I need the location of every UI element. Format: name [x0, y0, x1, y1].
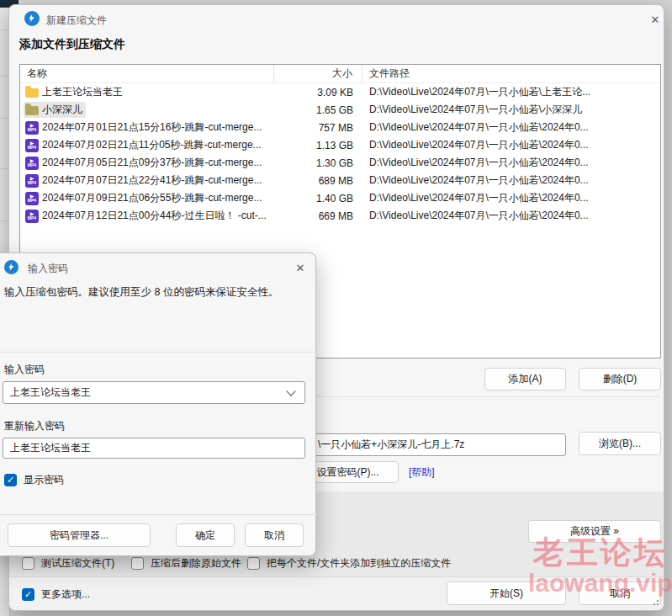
mp4-icon: ▶MP4: [25, 157, 39, 170]
mp4-icon: ▶MP4: [25, 121, 39, 135]
file-size: 669 MB: [274, 210, 362, 222]
password-manager-button[interactable]: 密码管理器...: [8, 523, 151, 547]
separate-archives-label: 把每个文件/文件夹添加到独立的压缩文件: [267, 556, 451, 571]
file-path: D:\Video\Live\2024年07月\一只小仙若\2024年0...: [362, 173, 660, 188]
separate-archives-checkbox[interactable]: [247, 557, 260, 570]
file-name: 2024年07月07日21点22分41秒-跳舞-cut-merge...: [42, 173, 262, 188]
table-row-selected[interactable]: 小深深儿 1.65 GB D:\Video\Live\2024年07月\一只小仙…: [20, 101, 660, 119]
column-header-path[interactable]: 文件路径: [362, 65, 660, 82]
ok-button[interactable]: 确定: [176, 523, 235, 547]
help-link[interactable]: [帮助]: [409, 465, 435, 480]
file-path: D:\Video\Live\2024年07月\一只小仙若\2024年0...: [362, 156, 660, 170]
mp4-icon: ▶MP4: [25, 174, 39, 188]
file-size: 1.40 GB: [274, 193, 362, 204]
test-archive-label: 测试压缩文件(T): [41, 556, 114, 571]
file-name: 2024年07月09日21点06分55秒-跳舞-cut-merge...: [42, 191, 262, 205]
bandizip-app-icon: [4, 260, 19, 274]
table-row[interactable]: ▶MP4 2024年07月09日21点06分55秒-跳舞-cut-merge..…: [20, 189, 660, 207]
chevron-down-icon[interactable]: [286, 386, 295, 396]
start-button[interactable]: 开始(S): [447, 581, 566, 605]
window-title: 新建压缩文件: [46, 13, 107, 28]
file-list-header: 名称 大小 文件路径: [20, 65, 660, 83]
advanced-settings-button[interactable]: 高级设置 »: [528, 520, 661, 543]
cancel-button[interactable]: 取消: [579, 581, 661, 605]
test-archive-checkbox[interactable]: [22, 557, 34, 570]
delete-after-label: 压缩后删除原始文件: [151, 556, 241, 571]
file-name: 2024年07月02日21点11分05秒-跳舞-cut-merge...: [42, 138, 262, 152]
delete-after-checkbox[interactable]: [131, 557, 144, 570]
file-name: 2024年07月12日21点00分44秒-过生日啦！ -cut-...: [42, 209, 267, 223]
close-icon[interactable]: ✕: [645, 10, 665, 29]
add-button[interactable]: 添加(A): [484, 368, 566, 390]
table-row[interactable]: ▶MP4 2024年07月01日21点15分16秒-跳舞-cut-merge..…: [20, 119, 660, 136]
pw-cancel-button[interactable]: 取消: [245, 523, 304, 547]
file-size: 689 MB: [274, 175, 362, 187]
password-combobox[interactable]: 上老王论坛当老王: [3, 381, 305, 404]
file-path: D:\Video\Live\2024年07月\一只小仙若\2024年0...: [362, 120, 660, 135]
file-path: D:\Video\Live\2024年07月\一只小仙若\2024年0...: [362, 209, 660, 223]
mp4-icon: ▶MP4: [25, 210, 39, 223]
column-header-size[interactable]: 大小: [274, 65, 362, 82]
password-value: 上老王论坛当老王: [3, 385, 288, 400]
file-size: 1.30 GB: [274, 157, 362, 169]
file-name: 小深深儿: [42, 103, 82, 117]
file-size: 3.09 KB: [274, 87, 362, 98]
resize-grip-icon[interactable]: [650, 597, 659, 605]
column-header-name[interactable]: 名称: [20, 65, 274, 82]
file-path: D:\Video\Live\2024年07月\一只小仙若\2024年0...: [362, 191, 660, 205]
mp4-icon: ▶MP4: [25, 139, 39, 152]
folder-icon: [25, 88, 39, 98]
dialog-title: 输入密码: [28, 262, 68, 276]
folder-icon: [25, 106, 39, 115]
file-path: D:\Video\Live\2024年07月\一只小仙若\上老王论...: [362, 85, 660, 99]
mp4-icon: ▶MP4: [25, 192, 39, 205]
bandizip-app-icon: [24, 11, 40, 26]
table-row[interactable]: ▶MP4 2024年07月12日21点00分44秒-过生日啦！ -cut-...…: [20, 207, 660, 225]
password-info-text: 输入压缩包密码。建议使用至少 8 位的密码来保证安全性。: [4, 285, 310, 300]
page-title: 添加文件到压缩文件: [19, 37, 125, 52]
file-size: 1.13 GB: [274, 140, 362, 151]
file-name: 2024年07月01日21点15分16秒-跳舞-cut-merge...: [42, 120, 262, 135]
file-size: 757 MB: [274, 122, 362, 134]
browse-button[interactable]: 浏览(B)...: [579, 432, 661, 455]
delete-button[interactable]: 删除(D): [579, 368, 661, 390]
password-label: 输入密码: [4, 363, 45, 377]
confirm-password-label: 重新输入密码: [4, 419, 65, 433]
file-size: 1.65 GB: [274, 104, 362, 116]
file-path: D:\Video\Live\2024年07月\一只小仙若\2024年0...: [362, 138, 660, 152]
file-path: D:\Video\Live\2024年07月\一只小仙若\小深深儿: [362, 103, 660, 117]
show-password-checkbox[interactable]: ✓: [4, 474, 17, 486]
more-options-label: 更多选项...: [41, 587, 90, 602]
close-icon[interactable]: ✕: [290, 258, 310, 277]
table-row[interactable]: ▶MP4 2024年07月05日21点09分37秒-跳舞-cut-merge..…: [20, 154, 660, 172]
show-password-label: 显示密码: [24, 473, 64, 487]
enter-password-dialog: 输入密码 ✕ 输入压缩包密码。建议使用至少 8 位的密码来保证安全性。 输入密码…: [0, 252, 316, 556]
divider: [0, 514, 317, 515]
confirm-password-input[interactable]: [3, 438, 305, 459]
table-row[interactable]: ▶MP4 2024年07月07日21点22分41秒-跳舞-cut-merge..…: [20, 172, 660, 189]
file-name: 2024年07月05日21点09分37秒-跳舞-cut-merge...: [42, 156, 262, 170]
table-row[interactable]: ▶MP4 2024年07月02日21点11分05秒-跳舞-cut-merge..…: [20, 136, 660, 154]
file-name: 上老王论坛当老王: [42, 85, 123, 99]
table-row[interactable]: 上老王论坛当老王 3.09 KB D:\Video\Live\2024年07月\…: [20, 83, 660, 101]
divider: [0, 352, 317, 353]
more-options-checkbox[interactable]: ✓: [22, 588, 34, 601]
